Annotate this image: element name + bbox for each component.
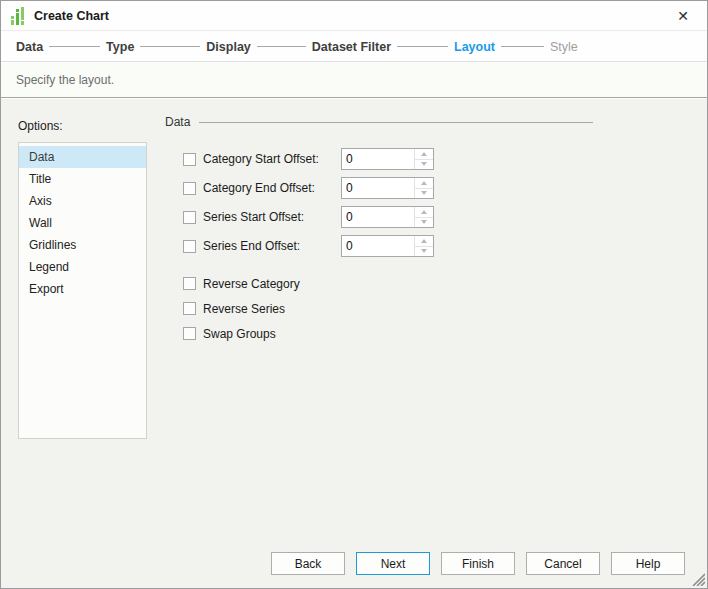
series-end-offset-label: Series End Offset: <box>203 239 300 253</box>
series-start-offset-checkbox[interactable] <box>183 211 196 224</box>
spin-buttons <box>414 178 433 198</box>
finish-button[interactable]: Finish <box>441 552 515 575</box>
options-item-axis[interactable]: Axis <box>19 190 146 212</box>
chart-app-icon <box>10 7 26 25</box>
reverse-series-row: Reverse Series <box>183 301 443 316</box>
spin-down-icon[interactable] <box>415 160 433 170</box>
spin-up-icon[interactable] <box>415 178 433 189</box>
swap-groups-row: Swap Groups <box>183 326 443 341</box>
section-rule <box>199 122 593 123</box>
options-item-wall[interactable]: Wall <box>19 212 146 234</box>
spin-buttons <box>414 149 433 169</box>
data-section-header: Data <box>165 115 593 129</box>
section-title: Data <box>165 115 190 129</box>
options-item-title[interactable]: Title <box>19 168 146 190</box>
main-panel: Options: Data Title Axis Wall Gridlines … <box>1 99 707 588</box>
spin-down-icon[interactable] <box>415 189 433 199</box>
spin-up-icon[interactable] <box>415 149 433 160</box>
titlebar: Create Chart ✕ <box>1 1 707 31</box>
window-title: Create Chart <box>34 9 109 23</box>
wizard-steps: Data Type Display Dataset Filter Layout … <box>1 32 707 62</box>
spin-buttons <box>414 207 433 227</box>
category-start-offset-spinner <box>341 148 434 170</box>
series-end-offset-input[interactable] <box>342 236 414 256</box>
step-separator <box>397 46 448 47</box>
step-dataset-filter[interactable]: Dataset Filter <box>312 40 391 54</box>
reverse-series-label: Reverse Series <box>203 302 285 316</box>
spin-buttons <box>414 236 433 256</box>
step-separator <box>140 46 200 47</box>
spin-down-icon[interactable] <box>415 218 433 228</box>
category-start-offset-row: Category Start Offset: <box>183 148 443 170</box>
options-item-data[interactable]: Data <box>19 146 146 168</box>
reverse-category-row: Reverse Category <box>183 276 443 291</box>
reverse-series-checkbox[interactable] <box>183 302 196 315</box>
wizard-subtitle-band: Specify the layout. <box>1 63 707 98</box>
cancel-button[interactable]: Cancel <box>526 552 600 575</box>
wizard-subtitle: Specify the layout. <box>16 73 114 87</box>
reverse-category-checkbox[interactable] <box>183 277 196 290</box>
step-type[interactable]: Type <box>106 40 134 54</box>
resize-grip[interactable] <box>691 572 705 586</box>
category-start-offset-input[interactable] <box>342 149 414 169</box>
category-start-offset-label: Category Start Offset: <box>203 152 319 166</box>
category-start-offset-checkbox[interactable] <box>183 153 196 166</box>
create-chart-dialog: Create Chart ✕ Data Type Display Dataset… <box>0 0 708 589</box>
reverse-category-label: Reverse Category <box>203 277 300 291</box>
spin-up-icon[interactable] <box>415 236 433 247</box>
category-end-offset-checkbox[interactable] <box>183 182 196 195</box>
options-item-legend[interactable]: Legend <box>19 256 146 278</box>
step-separator <box>257 46 306 47</box>
series-end-offset-spinner <box>341 235 434 257</box>
category-end-offset-input[interactable] <box>342 178 414 198</box>
step-separator <box>501 46 544 47</box>
category-end-offset-label: Category End Offset: <box>203 181 315 195</box>
next-button[interactable]: Next <box>356 552 430 575</box>
series-start-offset-row: Series Start Offset: <box>183 206 443 228</box>
help-button[interactable]: Help <box>611 552 685 575</box>
swap-groups-label: Swap Groups <box>203 327 276 341</box>
series-end-offset-row: Series End Offset: <box>183 235 443 257</box>
spin-up-icon[interactable] <box>415 207 433 218</box>
category-end-offset-row: Category End Offset: <box>183 177 443 199</box>
series-end-offset-checkbox[interactable] <box>183 240 196 253</box>
series-start-offset-spinner <box>341 206 434 228</box>
back-button[interactable]: Back <box>271 552 345 575</box>
spin-down-icon[interactable] <box>415 247 433 257</box>
footer-buttons: Back Next Finish Cancel Help <box>271 552 685 575</box>
swap-groups-checkbox[interactable] <box>183 327 196 340</box>
options-label: Options: <box>18 119 63 133</box>
step-separator <box>49 46 100 47</box>
options-item-export[interactable]: Export <box>19 278 146 300</box>
step-layout[interactable]: Layout <box>454 40 495 54</box>
step-style[interactable]: Style <box>550 40 578 54</box>
options-list: Data Title Axis Wall Gridlines Legend Ex… <box>18 142 147 439</box>
category-end-offset-spinner <box>341 177 434 199</box>
series-start-offset-label: Series Start Offset: <box>203 210 304 224</box>
step-display[interactable]: Display <box>206 40 250 54</box>
options-item-gridlines[interactable]: Gridlines <box>19 234 146 256</box>
step-data[interactable]: Data <box>16 40 43 54</box>
series-start-offset-input[interactable] <box>342 207 414 227</box>
close-icon[interactable]: ✕ <box>671 5 695 27</box>
